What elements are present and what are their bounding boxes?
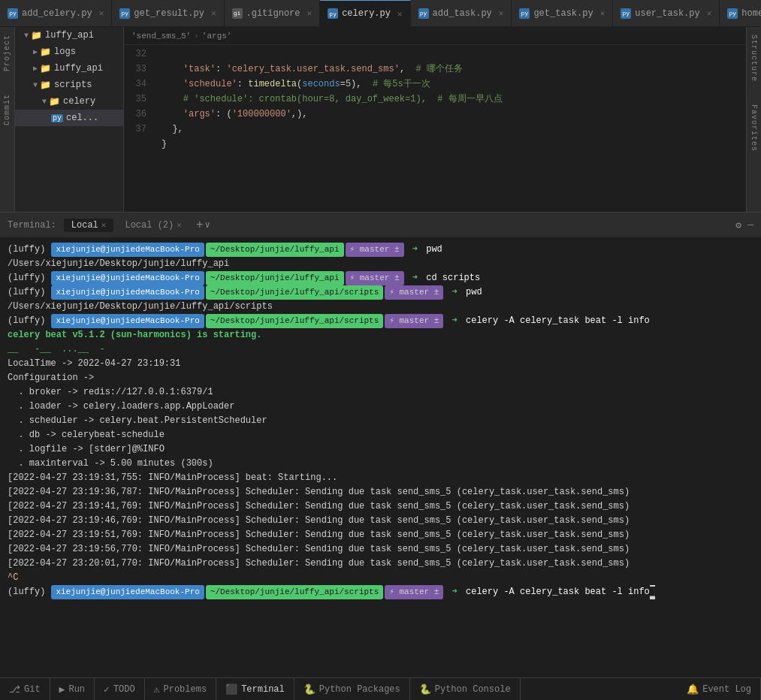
term-arrow: ➜ xyxy=(446,585,463,599)
tab-close-icon[interactable]: ✕ xyxy=(707,8,712,18)
terminal-line: . db -> celerybeat-schedule xyxy=(8,428,753,442)
tab-label: celery.py xyxy=(342,8,391,19)
status-item-python-console[interactable]: 🐍 Python Console xyxy=(410,678,521,700)
terminal-section: Terminal: Local ✕ Local (2) ✕ + ∨ ⚙ — (l… xyxy=(0,212,761,677)
terminal-line: ^C xyxy=(8,571,753,585)
tree-item-luffy-api-sub[interactable]: ▶ 📁 luffy_api xyxy=(15,60,123,77)
git-icon: ⎇ xyxy=(9,683,20,695)
tab-user-task[interactable]: py user_task.py ✕ xyxy=(613,0,720,27)
expand-arrow-icon: ▼ xyxy=(33,81,38,89)
folder-icon: 📁 xyxy=(31,30,42,41)
tab-add-celery[interactable]: py add_celery.py ✕ xyxy=(0,0,112,27)
term-output-text: . db -> celerybeat-schedule xyxy=(8,428,165,442)
terminal-line: (luffy) xiejunjie@junjiedeMacBook-Pro ~/… xyxy=(8,271,753,285)
run-icon: ▶ xyxy=(59,683,65,695)
term-git: ⚡ master ± xyxy=(346,243,404,257)
line-num: 33 xyxy=(124,62,146,77)
status-git-label: Git xyxy=(24,684,41,695)
breadcrumb-part2: 'args' xyxy=(202,32,232,41)
term-output-text: [2022-04-27 23:20:01,770: INFO/MainProce… xyxy=(8,557,630,571)
terminal-line: . loader -> celery.loaders.app.AppLoader xyxy=(8,400,753,414)
status-item-todo[interactable]: ✓ TODO xyxy=(95,678,145,700)
tab-close-icon[interactable]: ✕ xyxy=(307,8,313,18)
terminal-tab-label: Local xyxy=(71,220,98,231)
terminal-output[interactable]: (luffy) xiejunjie@junjiedeMacBook-Pro ~/… xyxy=(0,238,761,677)
term-prefix: (luffy) xyxy=(8,243,45,257)
tab-celery[interactable]: py celery.py ✕ xyxy=(320,0,410,27)
status-item-terminal[interactable]: ⬛ Terminal xyxy=(216,678,294,700)
add-terminal-button[interactable]: + xyxy=(196,219,204,232)
terminal-line: . scheduler -> celery.beat.PersistentSch… xyxy=(8,414,753,428)
terminal-line: /Users/xiejunjie/Desktop/junjie/luffy_ap… xyxy=(8,300,753,314)
left-sidebar: Project Commit xyxy=(0,27,15,212)
term-output-text: Configuration -> xyxy=(8,371,94,385)
term-command: celery -A celery_task beat -l info xyxy=(466,585,650,599)
term-command: pwd xyxy=(426,243,442,257)
term-path: ~/Desktop/junjie/luffy_api/scripts xyxy=(206,314,383,328)
tab-close-icon[interactable]: ✕ xyxy=(499,8,504,18)
terminal-line: (luffy) xiejunjie@junjiedeMacBook-Pro ~/… xyxy=(8,285,753,300)
status-item-problems[interactable]: ⚠ Problems xyxy=(145,678,216,700)
tree-item-logs[interactable]: ▶ 📁 logs xyxy=(15,44,123,60)
todo-icon: ✓ xyxy=(104,683,110,695)
code-text[interactable]: 'task': 'celery_task.user_task.send_sms'… xyxy=(154,45,746,212)
tab-close-icon[interactable]: ✕ xyxy=(397,9,403,19)
minimize-icon[interactable]: — xyxy=(747,219,753,231)
expand-arrow-icon: ▼ xyxy=(42,98,47,106)
tab-get-task[interactable]: py get_task.py ✕ xyxy=(512,0,613,27)
line-num: 36 xyxy=(124,107,146,122)
term-prefix: (luffy) xyxy=(8,285,45,300)
status-item-python-packages[interactable]: 🐍 Python Packages xyxy=(294,678,410,700)
tree-item-celery[interactable]: ▼ 📁 celery xyxy=(15,93,123,110)
tree-item-luffy-api[interactable]: ▼ 📁 luffy_api xyxy=(15,27,123,44)
py-icon: py xyxy=(418,8,429,19)
terminal-tab-local[interactable]: Local ✕ xyxy=(64,219,114,232)
tab-add-task[interactable]: py add_task.py ✕ xyxy=(411,0,512,27)
settings-icon[interactable]: ⚙ xyxy=(735,219,741,231)
terminal-line: /Users/xiejunjie/Desktop/junjie/luffy_ap… xyxy=(8,257,753,271)
py-icon: py xyxy=(727,8,738,19)
term-path: ~/Desktop/junjie/luffy_api/scripts xyxy=(206,285,383,300)
term-git: ⚡ master ± xyxy=(385,285,443,300)
tree-item-cel-py[interactable]: py cel... xyxy=(15,110,123,126)
term-arrow: ➜ xyxy=(407,243,424,257)
terminal-tab-close-icon[interactable]: ✕ xyxy=(101,220,107,230)
status-item-run[interactable]: ▶ Run xyxy=(50,678,95,700)
line-num: 34 xyxy=(124,77,146,92)
term-command: pwd xyxy=(466,285,482,300)
terminal-line: (luffy) xiejunjie@junjiedeMacBook-Pro ~/… xyxy=(8,314,753,328)
terminal-line: [2022-04-27 23:19:51,769: INFO/MainProce… xyxy=(8,528,753,542)
term-path: ~/Desktop/junjie/luffy_api/scripts xyxy=(206,585,383,599)
tab-close-icon[interactable]: ✕ xyxy=(600,8,605,18)
terminal-line: Configuration -> xyxy=(8,371,753,385)
terminal-line: [2022-04-27 23:20:01,770: INFO/MainProce… xyxy=(8,557,753,571)
py-icon: py xyxy=(8,8,18,19)
tab-close-icon[interactable]: ✕ xyxy=(99,8,104,18)
term-arrow: ➜ xyxy=(446,285,463,300)
chevron-down-icon[interactable]: ∨ xyxy=(205,219,210,231)
tab-close-icon[interactable]: ✕ xyxy=(211,8,216,18)
terminal-tab-close-icon[interactable]: ✕ xyxy=(177,220,182,230)
status-item-git[interactable]: ⎇ Git xyxy=(0,678,50,700)
py-icon: py xyxy=(519,8,530,19)
tab-label: add_task.py xyxy=(433,8,492,19)
term-ctrl-c: ^C xyxy=(8,571,18,585)
terminal-line: . logfile -> [stderr]@%INFO xyxy=(8,442,753,457)
tab-get-result[interactable]: py get_result.py ✕ xyxy=(112,0,224,27)
status-bar: ⎇ Git ▶ Run ✓ TODO ⚠ Problems ⬛ Terminal… xyxy=(0,677,761,700)
tab-label: home_t... xyxy=(741,8,761,19)
terminal-tab-local2[interactable]: Local (2) ✕ xyxy=(117,219,189,232)
file-tree: ▼ 📁 luffy_api ▶ 📁 logs ▶ 📁 luffy_api ▼ 📁… xyxy=(15,27,124,212)
tree-item-scripts[interactable]: ▼ 📁 scripts xyxy=(15,77,123,93)
py-icon: py xyxy=(119,8,130,19)
term-output-text: . maxinterval -> 5.00 minutes (300s) xyxy=(8,457,213,471)
status-item-event-log[interactable]: 🔔 Event Log xyxy=(678,678,761,700)
tab-home[interactable]: py home_t... xyxy=(720,0,761,27)
expand-arrow-icon: ▼ xyxy=(24,32,29,40)
terminal-line-current: (luffy) xiejunjie@junjiedeMacBook-Pro ~/… xyxy=(8,585,753,599)
term-user: xiejunjie@junjiedeMacBook-Pro xyxy=(51,243,204,257)
term-output-text: LocalTime -> 2022-04-27 23:19:31 xyxy=(8,357,180,371)
term-output-text: [2022-04-27 23:19:31,755: INFO/MainProce… xyxy=(8,471,337,485)
breadcrumb-separator: › xyxy=(194,32,199,41)
tab-gitignore[interactable]: gi .gitignore ✕ xyxy=(225,0,321,27)
